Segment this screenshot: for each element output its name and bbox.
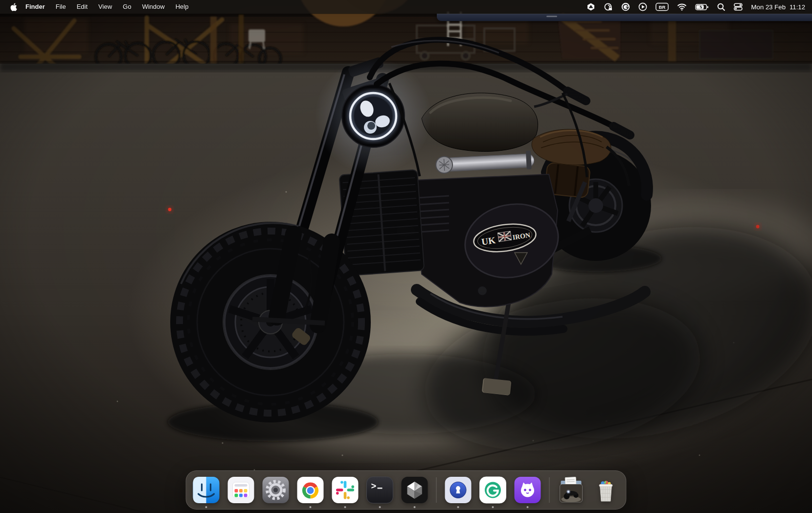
running-indicator <box>344 506 346 508</box>
apple-menu[interactable] <box>10 3 17 11</box>
launchpad-icon <box>227 476 255 504</box>
play-icon[interactable] <box>638 2 647 11</box>
dock-item-trash[interactable] <box>592 476 620 504</box>
downloads-stack-icon <box>557 476 586 504</box>
chrome-icon <box>296 476 325 504</box>
clock-date: Mon 23 Feb <box>751 3 786 11</box>
hidden-window-edge[interactable] <box>437 14 812 21</box>
running-indicator <box>457 506 459 508</box>
running-indicator <box>492 506 494 508</box>
running-indicator <box>205 506 207 508</box>
cube-app-icon[interactable] <box>586 2 595 11</box>
menu-help[interactable]: Help <box>170 0 194 14</box>
menu-finder[interactable]: Finder <box>20 0 50 14</box>
dock-item-terminal[interactable]: > <box>366 476 394 504</box>
spotlight-icon[interactable] <box>717 3 725 11</box>
menu-file[interactable]: File <box>50 0 71 14</box>
dock-item-system-settings[interactable] <box>262 476 290 504</box>
window-tab-handle <box>546 16 557 17</box>
dock-item-finder[interactable] <box>192 476 221 504</box>
status-menu-items: BR <box>578 2 805 12</box>
running-indicator <box>527 506 529 508</box>
battery-charging-icon[interactable] <box>695 3 709 11</box>
1password-icon <box>444 476 473 504</box>
dock-divider <box>436 477 437 503</box>
dock-item-grammarly[interactable] <box>479 476 507 504</box>
svg-text:BR: BR <box>658 4 665 10</box>
clock-time: 11:12 <box>789 3 805 11</box>
trash-full-icon <box>592 476 620 504</box>
dock-item-cube-3d-app[interactable] <box>401 476 429 504</box>
menu-bar: Finder File Edit View Go Window Help <box>0 0 812 14</box>
dock-item-1password[interactable] <box>444 476 473 504</box>
grammarly-icon[interactable] <box>621 2 630 11</box>
apple-logo-icon <box>10 3 17 11</box>
wifi-icon[interactable] <box>677 3 687 11</box>
menu-view[interactable]: View <box>93 0 117 14</box>
dock-item-launchpad[interactable] <box>227 476 255 504</box>
system-settings-icon <box>262 476 290 504</box>
slack-icon <box>331 476 360 504</box>
menu-go[interactable]: Go <box>117 0 136 14</box>
svg-text:>: > <box>371 482 377 491</box>
finder-icon <box>192 476 221 504</box>
wallpaper-motorcycle-photo: UK IRON <box>0 0 812 513</box>
app-menus: Finder File Edit View Go Window Help <box>20 0 194 14</box>
lock-circle-icon[interactable] <box>604 2 613 12</box>
menu-edit[interactable]: Edit <box>71 0 93 14</box>
control-center-icon[interactable] <box>734 3 743 11</box>
cube-3d-icon <box>401 476 429 504</box>
input-source-badge[interactable]: BR <box>655 2 669 11</box>
dock-item-github-desktop[interactable] <box>514 476 542 504</box>
dock-item-chrome[interactable] <box>296 476 325 504</box>
terminal-icon: > <box>366 476 394 504</box>
grammarly-icon-dock <box>479 476 507 504</box>
dock-item-slack[interactable] <box>331 476 360 504</box>
menu-bar-clock[interactable]: Mon 23 Feb 11:12 <box>751 3 805 11</box>
running-indicator <box>310 506 312 508</box>
menu-window[interactable]: Window <box>136 0 170 14</box>
dock: > <box>186 470 627 510</box>
dock-item-downloads-stack[interactable] <box>557 476 586 504</box>
running-indicator <box>414 506 416 508</box>
dock-divider <box>549 477 550 503</box>
github-icon <box>514 476 542 504</box>
desktop: UK IRON <box>0 0 812 513</box>
running-indicator <box>379 506 381 508</box>
